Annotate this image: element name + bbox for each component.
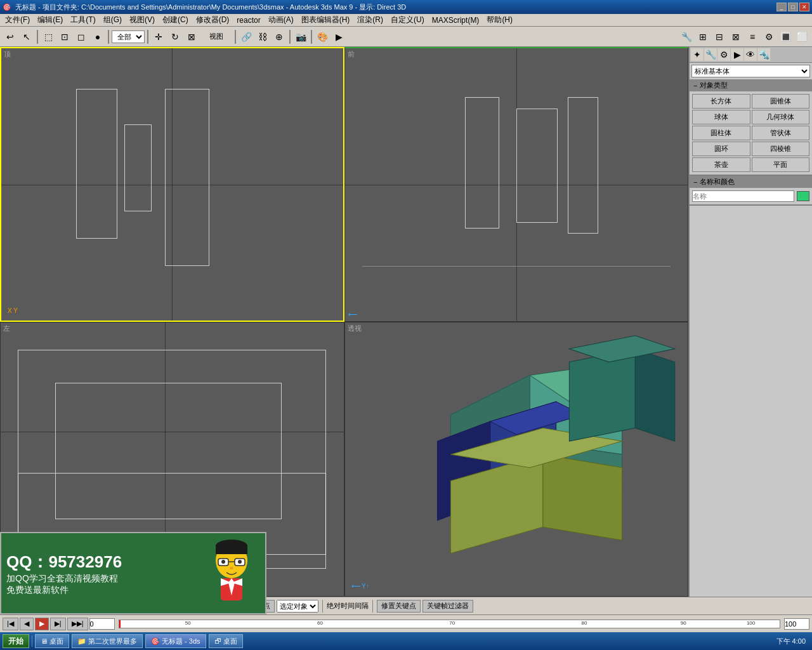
viewport-perspective[interactable]: 透视: [344, 322, 689, 597]
toolbar-snap[interactable]: 🔧: [679, 29, 694, 44]
set-key-btn[interactable]: 修置关键点: [377, 600, 421, 613]
taskbar-item-2[interactable]: 📁 第二次世界最多: [72, 634, 143, 648]
btn-tube[interactable]: 管状体: [752, 126, 810, 140]
menu-view[interactable]: 视图(V): [126, 14, 159, 26]
btn-pyramid[interactable]: 四棱锥: [752, 142, 810, 156]
toolbar-camera[interactable]: 📷: [293, 29, 308, 44]
axis-indicator: X Y: [8, 307, 18, 314]
panel-icon-motion[interactable]: ▶: [731, 48, 743, 61]
viewport-top[interactable]: 顶 X Y: [0, 47, 344, 322]
maximize-button[interactable]: □: [788, 3, 798, 11]
anim-next-frame[interactable]: ▶|: [50, 618, 66, 630]
toolbar-mirror[interactable]: ⊞: [695, 29, 710, 44]
status-sep-4: [372, 600, 373, 613]
toolbar-unlink[interactable]: ⛓: [255, 29, 270, 44]
toolbar-render[interactable]: ▶: [331, 29, 346, 44]
toolbar-sep-2: [108, 30, 109, 44]
category-dropdown[interactable]: 标准基本体: [691, 65, 810, 77]
box-wire-2: [124, 124, 152, 211]
btn-cone[interactable]: 圆锥体: [752, 94, 810, 109]
menu-group[interactable]: 组(G): [100, 14, 126, 26]
panel-icon-modify[interactable]: 🔧: [704, 48, 717, 61]
right-panel: ✦ 🔧 ⚙ ▶ 👁 🔩 标准基本体 − 对象类型 长方体 圆锥体 球体 几何球体: [688, 47, 812, 597]
toolbar-material[interactable]: 🎨: [315, 29, 330, 44]
frame-input[interactable]: [89, 618, 115, 630]
toolbar-rotate[interactable]: ↻: [167, 29, 183, 44]
taskbar-item-3ds[interactable]: 🎯 无标题 - 3ds: [145, 634, 206, 648]
svg-point-20: [238, 560, 242, 564]
toolbar-scale[interactable]: ⊠: [184, 29, 199, 44]
front-axis: ⟵: [348, 311, 357, 318]
menu-maxscript[interactable]: MAXScript(M): [428, 15, 483, 25]
menu-reactor[interactable]: reactor: [233, 15, 264, 25]
taskbar-item-desktop[interactable]: 🖥 桌面: [35, 634, 69, 648]
anim-prev-key[interactable]: |◀: [3, 618, 18, 630]
panel-icon-hierarchy[interactable]: ⚙: [717, 48, 730, 61]
panel-icon-create[interactable]: ✦: [691, 48, 704, 61]
toolbar-bind[interactable]: ⊕: [272, 29, 287, 44]
menu-graph-editor[interactable]: 图表编辑器(H): [298, 14, 354, 26]
menu-file[interactable]: 文件(F): [1, 14, 34, 26]
timeline-slider[interactable]: 50 60 70 80 90 100: [119, 620, 780, 628]
toolbar-undo[interactable]: ↩: [3, 29, 18, 44]
toolbar-move[interactable]: ✛: [151, 29, 166, 44]
frame-end-input[interactable]: [784, 618, 809, 630]
toolbar-misc2[interactable]: 🔳: [778, 29, 793, 44]
select-filter-dropdown[interactable]: 选定对象: [277, 600, 318, 613]
panel-icon-utility[interactable]: 🔩: [757, 48, 770, 61]
toolbar-view[interactable]: 视图: [200, 29, 232, 44]
close-button[interactable]: ✕: [799, 3, 809, 11]
menu-help[interactable]: 帮助(H): [483, 14, 516, 26]
folder-icon: 📁: [77, 637, 86, 646]
btn-teapot[interactable]: 茶壶: [692, 157, 750, 172]
tick-80: 80: [582, 620, 587, 626]
filter-btn[interactable]: 关键帧过滤器: [422, 600, 473, 613]
minimize-button[interactable]: _: [776, 3, 787, 11]
toolbar-select[interactable]: ⬚: [41, 29, 56, 44]
btn-torus[interactable]: 圆环: [692, 142, 750, 156]
anim-play[interactable]: ▶: [35, 618, 49, 630]
btn-box[interactable]: 长方体: [692, 94, 750, 109]
taskbar-item-4[interactable]: 🗗 桌面: [209, 634, 243, 648]
color-row: [690, 188, 812, 204]
tick-100: 100: [747, 620, 755, 626]
viewport-front[interactable]: 前 ⟵: [344, 47, 689, 322]
menu-edit[interactable]: 编辑(E): [34, 14, 67, 26]
btn-sphere[interactable]: 球体: [692, 110, 750, 124]
toolbar-region-select[interactable]: ⊡: [57, 29, 72, 44]
btn-cylinder[interactable]: 圆柱体: [692, 126, 750, 140]
watermark-text: QQ：95732976 加QQ学习全套高清视频教程 免费送最新软件: [6, 551, 198, 596]
name-input[interactable]: [692, 190, 794, 202]
object-type-header: − 对象类型: [690, 79, 812, 91]
start-button[interactable]: 开始: [3, 634, 29, 648]
taskbar-sep: [32, 635, 32, 647]
toolbar-layers[interactable]: ≡: [745, 29, 760, 44]
titlebar-controls[interactable]: _ □ ✕: [776, 3, 809, 11]
anim-next-key[interactable]: ▶▶|: [67, 618, 88, 630]
menu-tools[interactable]: 工具(T): [67, 14, 99, 26]
menu-render[interactable]: 渲染(R): [353, 14, 387, 26]
name-color-header: − 名称和颜色: [690, 176, 812, 188]
toolbar-misc1[interactable]: ⚙: [761, 29, 776, 44]
toolbar-lasso[interactable]: ◻: [74, 29, 89, 44]
color-swatch[interactable]: [797, 191, 809, 201]
menu-animation[interactable]: 动画(A): [265, 14, 298, 26]
tick-70: 70: [449, 620, 455, 626]
btn-plane[interactable]: 平面: [752, 157, 810, 172]
toolbar-align[interactable]: ⊠: [728, 29, 743, 44]
toolbar-array[interactable]: ⊟: [712, 29, 727, 44]
toolbar-select-cursor[interactable]: ↖: [19, 29, 34, 44]
app-icon: 🎯: [3, 3, 11, 11]
toolbar-link[interactable]: 🔗: [239, 29, 254, 44]
btn-geosphere[interactable]: 几何球体: [752, 110, 810, 124]
timeline-cursor: [119, 620, 121, 628]
menu-create[interactable]: 创建(C): [159, 14, 192, 26]
filter-dropdown[interactable]: 全部: [112, 30, 145, 43]
menu-modifier[interactable]: 修改器(D): [192, 14, 233, 26]
toolbar-paint[interactable]: ●: [90, 29, 105, 44]
tick-60: 60: [317, 620, 323, 626]
toolbar-misc3[interactable]: ⬜: [794, 29, 809, 44]
panel-icon-display[interactable]: 👁: [744, 48, 757, 61]
menu-customize[interactable]: 自定义(U): [387, 14, 428, 26]
anim-prev-frame[interactable]: ◀: [20, 618, 34, 630]
